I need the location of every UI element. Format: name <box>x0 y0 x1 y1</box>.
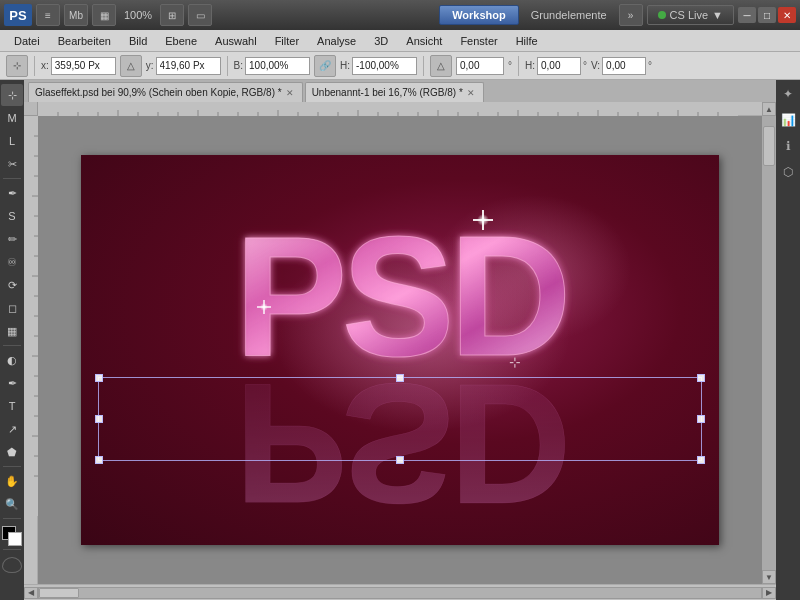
tab-glaseffekt[interactable]: Glaseffekt.psd bei 90,9% (Schein oben Ko… <box>28 82 303 102</box>
h2-field: H: ° <box>525 57 587 75</box>
ruler-corner <box>24 102 38 116</box>
tool-type[interactable]: T <box>1 395 23 417</box>
svg-rect-19 <box>38 102 738 116</box>
ruler-vertical <box>24 102 38 584</box>
v-input[interactable] <box>602 57 646 75</box>
h-input[interactable] <box>352 57 417 75</box>
options-bar: ⊹ x: △ y: B: 🔗 H: △ ° H: ° V: ° <box>0 52 800 80</box>
cs-live-indicator <box>658 11 666 19</box>
angle-deg: ° <box>508 60 512 71</box>
tool-shape[interactable]: ⬟ <box>1 441 23 463</box>
x-label: x: <box>41 60 49 71</box>
tool-spot-heal[interactable]: S <box>1 205 23 227</box>
scroll-right-button[interactable]: ▶ <box>762 587 776 599</box>
panel-info-icon[interactable]: ℹ <box>778 136 798 156</box>
canvas-viewport[interactable]: PSD PSD PSD <box>38 116 762 584</box>
tab-unbenannt[interactable]: Unbenannt-1 bei 16,7% (RGB/8) * ✕ <box>305 82 484 102</box>
tool-marquee[interactable]: M <box>1 107 23 129</box>
h2-input[interactable] <box>537 57 581 75</box>
window-controls: ─ □ ✕ <box>738 7 796 23</box>
scroll-track-vertical[interactable] <box>762 116 776 570</box>
tool-dodge[interactable]: ◐ <box>1 349 23 371</box>
tool-history[interactable]: ⟳ <box>1 274 23 296</box>
more-workspaces-icon[interactable]: » <box>619 4 643 26</box>
canvas-area: Glaseffekt.psd bei 90,9% (Schein oben Ko… <box>24 80 776 600</box>
tool-eyedropper[interactable]: ✒ <box>1 182 23 204</box>
menu-auswahl[interactable]: Auswahl <box>207 33 265 49</box>
h-label: H: <box>340 60 350 71</box>
menu-datei[interactable]: Datei <box>6 33 48 49</box>
b-input[interactable] <box>245 57 310 75</box>
sparkle-1 <box>477 214 489 226</box>
maximize-button[interactable]: □ <box>758 7 776 23</box>
canvas-wrapper: PSD PSD PSD <box>24 102 776 600</box>
panel-histogram-icon[interactable]: 📊 <box>778 110 798 130</box>
scroll-thumb-vertical[interactable] <box>763 126 775 166</box>
tool-clone[interactable]: ♾ <box>1 251 23 273</box>
tool-path-select[interactable]: ↗ <box>1 418 23 440</box>
minimize-button[interactable]: ─ <box>738 7 756 23</box>
cs-live-arrow: ▼ <box>712 9 723 21</box>
screen-mode-icon[interactable]: ▭ <box>188 4 212 26</box>
cs-live-button[interactable]: CS Live ▼ <box>647 5 734 25</box>
menu-analyse[interactable]: Analyse <box>309 33 364 49</box>
scroll-arrows <box>390 558 410 578</box>
psd-artwork: PSD PSD PSD <box>81 155 719 545</box>
tool-move[interactable]: ⊹ <box>1 84 23 106</box>
menu-hilfe[interactable]: Hilfe <box>508 33 546 49</box>
bridge-icon[interactable]: Mb <box>64 4 88 26</box>
tab-glaseffekt-close[interactable]: ✕ <box>286 88 294 98</box>
tool-eraser[interactable]: ◻ <box>1 297 23 319</box>
tool-pen[interactable]: ✒ <box>1 372 23 394</box>
scroll-down-button[interactable]: ▼ <box>762 570 776 584</box>
panel-layers-icon[interactable]: ⬡ <box>778 162 798 182</box>
menu-ansicht[interactable]: Ansicht <box>398 33 450 49</box>
arrange-icon[interactable]: ⊞ <box>160 4 184 26</box>
hscroll-thumb[interactable] <box>39 588 79 598</box>
menu-filter[interactable]: Filter <box>267 33 307 49</box>
delta-icon: △ <box>120 55 142 77</box>
h-field: H: <box>340 57 417 75</box>
h2-label: H: <box>525 60 535 71</box>
workspace-grundelemente-button[interactable]: Grundelemente <box>523 6 615 24</box>
svg-text:PSD: PSD <box>234 349 566 539</box>
ruler-h-ticks <box>38 102 738 116</box>
y-label: y: <box>146 60 154 71</box>
x-field: x: <box>41 57 116 75</box>
menu-fenster[interactable]: Fenster <box>452 33 505 49</box>
tool-gradient[interactable]: ▦ <box>1 320 23 342</box>
menu-bild[interactable]: Bild <box>121 33 155 49</box>
tool-brush[interactable]: ✏ <box>1 228 23 250</box>
file-icon[interactable]: ≡ <box>36 4 60 26</box>
tool-quick-mask[interactable] <box>2 557 22 573</box>
scroll-indicator <box>390 558 410 580</box>
close-button[interactable]: ✕ <box>778 7 796 23</box>
x-input[interactable] <box>51 57 116 75</box>
b-field: B: <box>234 57 310 75</box>
scroll-left-button[interactable]: ◀ <box>24 587 38 599</box>
tab-unbenannt-close[interactable]: ✕ <box>467 88 475 98</box>
v-label: V: <box>591 60 600 71</box>
tool-crop[interactable]: ✂ <box>1 153 23 175</box>
y-field: y: <box>146 57 221 75</box>
angle-input[interactable] <box>456 57 504 75</box>
tool-hand[interactable]: ✋ <box>1 470 23 492</box>
hscroll-track[interactable] <box>38 587 762 599</box>
background-color[interactable] <box>8 532 22 546</box>
tool-zoom[interactable]: 🔍 <box>1 493 23 515</box>
title-bar: PS ≡ Mb ▦ 100% ⊞ ▭ Workshop Grundelement… <box>0 0 800 30</box>
scroll-up-button[interactable]: ▲ <box>762 102 776 116</box>
transform-icon[interactable]: ⊹ <box>6 55 28 77</box>
menu-bearbeiten[interactable]: Bearbeiten <box>50 33 119 49</box>
link-icon[interactable]: 🔗 <box>314 55 336 77</box>
menu-ebene[interactable]: Ebene <box>157 33 205 49</box>
view-mode-icon[interactable]: ▦ <box>92 4 116 26</box>
y-input[interactable] <box>156 57 221 75</box>
color-swatches[interactable] <box>2 526 22 546</box>
cs-live-label: CS Live <box>670 9 709 21</box>
tool-lasso[interactable]: L <box>1 130 23 152</box>
menu-3d[interactable]: 3D <box>366 33 396 49</box>
vertical-scrollbar[interactable]: ▲ ▼ <box>762 102 776 584</box>
workspace-workshop-button[interactable]: Workshop <box>439 5 519 25</box>
panel-properties-icon[interactable]: ✦ <box>778 84 798 104</box>
